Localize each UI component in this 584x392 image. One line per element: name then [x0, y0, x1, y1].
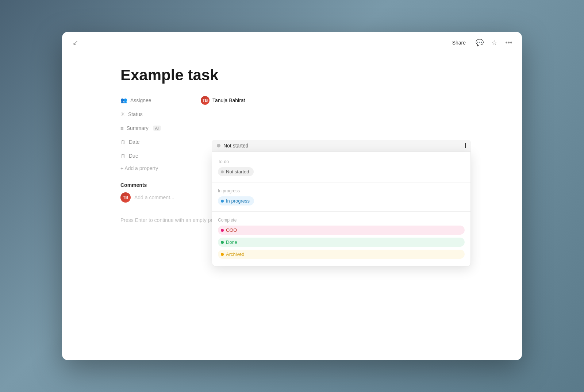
more-icon: ••• [506, 39, 512, 47]
share-button[interactable]: Share [447, 38, 471, 48]
date-icon: 🗓 [120, 139, 126, 145]
complete-section-title: Complete [218, 218, 465, 223]
status-dropdown-wrapper: Not started To-do Not started [212, 140, 471, 266]
add-property-label: + Add a property [120, 165, 158, 171]
comment-button[interactable]: 💬 [474, 37, 485, 49]
page-title: Example task [120, 67, 464, 84]
status-option-not-started[interactable]: Not started [218, 167, 254, 176]
topbar-right: Share 💬 ☆ ••• [447, 37, 515, 49]
assignee-icon: 👥 [120, 97, 127, 104]
ai-badge: AI [153, 126, 161, 131]
star-button[interactable]: ☆ [488, 37, 500, 49]
status-icon: ✳ [120, 111, 125, 118]
status-option-archived[interactable]: Archived [218, 250, 465, 259]
summary-label: ≡ Summary AI [120, 125, 201, 131]
archived-dot [221, 253, 224, 256]
dropdown-section-todo: To-do Not started [212, 156, 470, 179]
property-row-assignee[interactable]: 👥 Assignee TB Tanuja Bahirat [120, 94, 464, 107]
status-label-text: Status [128, 111, 143, 117]
due-icon: 🗓 [120, 153, 126, 159]
status-input-text: Not started [223, 143, 461, 149]
comment-avatar: TB [120, 192, 131, 203]
more-button[interactable]: ••• [503, 37, 515, 49]
ooo-dot [221, 229, 224, 232]
summary-icon: ≡ [120, 125, 124, 131]
not-started-dot [221, 170, 224, 173]
date-label: 🗓 Date [120, 139, 201, 145]
collapse-button[interactable]: ↙ [69, 37, 81, 49]
modal-topbar: ↙ Share 💬 ☆ ••• [62, 32, 522, 52]
divider-2 [212, 211, 470, 212]
date-label-text: Date [129, 139, 140, 145]
assignee-content: TB Tanuja Bahirat [201, 96, 464, 105]
archived-label: Archived [226, 251, 245, 257]
status-dropdown-menu: To-do Not started In progress In progres… [212, 151, 471, 266]
assignee-label-text: Assignee [130, 97, 151, 103]
status-option-ooo[interactable]: OOO [218, 226, 465, 235]
todo-section-title: To-do [218, 159, 465, 164]
due-label-text: Due [129, 153, 138, 159]
in-progress-dot [221, 200, 224, 203]
ooo-label: OOO [226, 227, 237, 233]
assignee-name: Tanuja Bahirat [212, 97, 245, 103]
status-option-in-progress[interactable]: In progress [218, 196, 254, 205]
summary-label-text: Summary [127, 125, 149, 131]
modal-backdrop: ↙ Share 💬 ☆ ••• Example task [0, 0, 584, 392]
star-icon: ☆ [491, 39, 497, 47]
comment-placeholder: Add a comment... [134, 195, 174, 200]
divider-1 [212, 182, 470, 182]
not-started-label: Not started [226, 169, 249, 174]
collapse-icon: ↙ [73, 39, 78, 47]
modal-container: ↙ Share 💬 ☆ ••• Example task [62, 32, 522, 360]
topbar-left: ↙ [69, 37, 81, 49]
in-progress-label: In progress [226, 198, 250, 204]
done-dot [221, 241, 224, 244]
avatar: TB [201, 96, 210, 105]
assignee-value: TB Tanuja Bahirat [201, 96, 464, 105]
status-dot-gray [217, 144, 220, 147]
status-label: ✳ Status [120, 111, 201, 118]
assignee-label: 👥 Assignee [120, 97, 201, 104]
due-label: 🗓 Due [120, 153, 201, 159]
status-input-box[interactable]: Not started [212, 140, 471, 151]
property-row-status[interactable]: ✳ Status [120, 108, 464, 121]
dropdown-section-inprogress: In progress In progress [212, 185, 470, 208]
dropdown-section-complete: Complete OOO Done [212, 215, 470, 262]
comment-icon: 💬 [476, 39, 484, 47]
status-option-done[interactable]: Done [218, 238, 465, 247]
inprogress-section-title: In progress [218, 188, 465, 193]
status-cursor [465, 143, 466, 148]
property-row-summary[interactable]: ≡ Summary AI [120, 122, 464, 135]
done-label: Done [226, 239, 237, 245]
